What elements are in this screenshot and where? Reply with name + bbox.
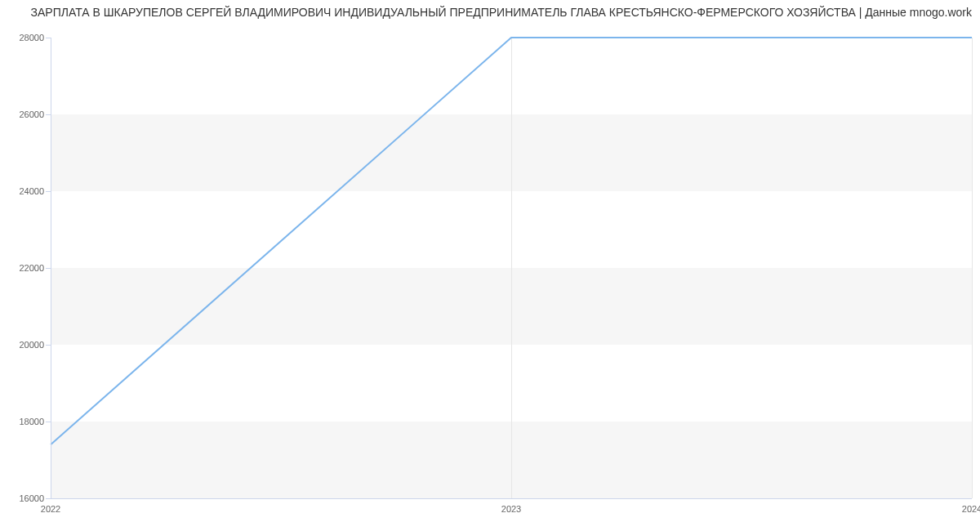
y-tick-label: 26000 — [3, 109, 44, 119]
y-tick — [46, 191, 51, 192]
y-tick — [46, 345, 51, 346]
x-tick-label: 2023 — [501, 504, 521, 514]
series-line — [51, 38, 972, 444]
x-axis-line — [51, 498, 972, 499]
chart-container: ЗАРПЛАТА В ШКАРУПЕЛОВ СЕРГЕЙ ВЛАДИМИРОВИ… — [0, 0, 980, 531]
y-tick-label: 24000 — [3, 186, 44, 196]
y-tick-label: 18000 — [3, 417, 44, 426]
x-tick-label: 2024 — [962, 504, 980, 514]
line-series — [51, 38, 972, 498]
y-tick-label: 16000 — [3, 493, 44, 503]
chart-title: ЗАРПЛАТА В ШКАРУПЕЛОВ СЕРГЕЙ ВЛАДИМИРОВИ… — [8, 6, 972, 19]
y-tick-label: 22000 — [3, 263, 44, 273]
y-tick — [46, 268, 51, 269]
y-tick-label: 28000 — [3, 33, 44, 42]
y-tick-label: 20000 — [3, 340, 44, 350]
y-axis-line — [51, 38, 51, 498]
y-tick — [46, 498, 51, 499]
x-gridline — [972, 38, 973, 498]
y-tick — [46, 114, 51, 115]
y-tick — [46, 38, 51, 38]
x-tick-label: 2022 — [41, 504, 60, 514]
y-tick — [46, 422, 51, 422]
plot-area — [51, 38, 972, 498]
